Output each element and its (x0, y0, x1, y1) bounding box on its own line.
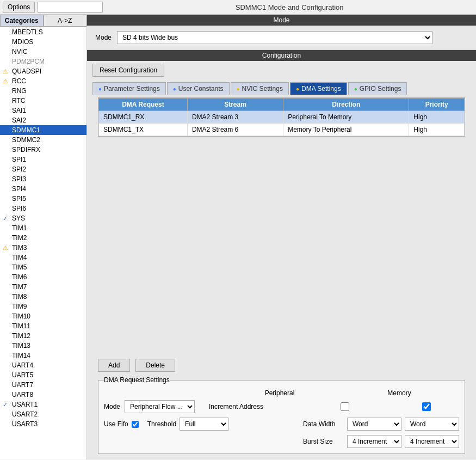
data-width-burst-section: Data Width Word Word Burst Size (303, 418, 459, 448)
memory-increment-checkbox[interactable] (422, 402, 431, 411)
sidebar-item-tim1[interactable]: TIM1 (0, 223, 86, 233)
settings-bottom-row: Use Fifo Threshold Full (104, 418, 459, 448)
sidebar-label-nvic: NVIC (12, 48, 28, 56)
sidebar-item-usart1[interactable]: ✓USART1 (0, 400, 86, 409)
mode-row: Mode SD 4 bits Wide bus (95, 31, 468, 44)
sidebar-item-tim5[interactable]: TIM5 (0, 262, 86, 272)
mode-settings-row: Mode Peripheral Flow ... Increment Addre… (104, 400, 459, 413)
mode-settings-select[interactable]: Peripheral Flow ... (125, 400, 195, 413)
col-header-priority: Priority (409, 99, 465, 111)
sidebar-label-spi6: SPI6 (12, 205, 26, 212)
data-width-memory-select[interactable]: Word (405, 418, 459, 431)
sidebar-item-tim12[interactable]: TIM12 (0, 331, 86, 341)
burst-memory-select[interactable]: 4 Increment (405, 435, 459, 448)
sidebar-item-uart5[interactable]: UART5 (0, 370, 86, 380)
sidebar-item-pdm2pcm[interactable]: PDM2PCM (0, 57, 86, 66)
sidebar-item-tim3[interactable]: ⚠TIM3 (0, 243, 86, 253)
sidebar-item-uart7[interactable]: UART7 (0, 380, 86, 390)
sidebar-item-tim14[interactable]: TIM14 (0, 351, 86, 360)
search-input[interactable] (38, 2, 103, 13)
sidebar-item-quadspi[interactable]: ⚠QUADSPI (0, 66, 86, 76)
page-title: SDMMC1 Mode and Configuration (106, 3, 473, 11)
sidebar-item-rcc[interactable]: ⚠RCC (0, 76, 86, 86)
sidebar-item-sai2[interactable]: SAI2 (0, 115, 86, 125)
burst-peripheral-select[interactable]: 4 Increment (347, 435, 401, 448)
sidebar-item-uart4[interactable]: UART4 (0, 360, 86, 370)
sidebar-label-tim14: TIM14 (12, 352, 30, 359)
sidebar-label-spi1: SPI1 (12, 156, 26, 163)
sidebar-label-sdmmc2: SDMMC2 (12, 136, 40, 144)
tab-gpio[interactable]: ●GPIO Settings (348, 82, 407, 95)
table-cell-stream: DMA2 Stream 6 (187, 124, 283, 136)
tab-nvic[interactable]: ●NVIC Settings (231, 82, 289, 95)
tab-dot-user-constants: ● (173, 86, 176, 92)
table-row[interactable]: SDMMC1_RXDMA2 Stream 3Peripheral To Memo… (99, 111, 465, 124)
sidebar-item-spi2[interactable]: SPI2 (0, 164, 86, 174)
use-fifo-checkbox[interactable] (132, 421, 139, 428)
sidebar-item-spi5[interactable]: SPI5 (0, 194, 86, 204)
sidebar-item-nvic[interactable]: NVIC (0, 47, 86, 57)
tab-label-dma: DMA Settings (301, 85, 341, 93)
tab-label-user-constants: User Constants (178, 85, 224, 93)
data-width-peripheral-select[interactable]: Word (347, 418, 401, 431)
threshold-select[interactable]: Full (180, 418, 228, 431)
sidebar-item-tim6[interactable]: TIM6 (0, 272, 86, 282)
sidebar-item-tim11[interactable]: TIM11 (0, 321, 86, 331)
sidebar-az-btn[interactable]: A->Z (44, 15, 87, 27)
sidebar-item-tim7[interactable]: TIM7 (0, 282, 86, 292)
sidebar-item-spi4[interactable]: SPI4 (0, 184, 86, 194)
tab-user-constants[interactable]: ●User Constants (167, 82, 230, 95)
sidebar-item-tim8[interactable]: TIM8 (0, 292, 86, 302)
sidebar-label-tim8: TIM8 (12, 293, 27, 300)
sidebar-label-spdifrx: SPDIFRX (12, 146, 40, 154)
table-cell-direction: Peripheral To Memory (283, 111, 409, 124)
sidebar-item-uart8[interactable]: UART8 (0, 390, 86, 400)
peripheral-increment-checkbox[interactable] (341, 402, 349, 411)
table-row[interactable]: SDMMC1_TXDMA2 Stream 6Memory To Peripher… (99, 124, 465, 136)
sidebar-item-tim2[interactable]: TIM2 (0, 233, 86, 243)
sidebar-item-sai1[interactable]: SAI1 (0, 106, 86, 115)
sidebar-item-sys[interactable]: ✓SYS (0, 213, 86, 223)
table-cell-request: SDMMC1_TX (99, 124, 188, 136)
sidebar-item-usart3[interactable]: USART3 (0, 419, 86, 429)
action-buttons: Add Delete (92, 354, 471, 376)
sidebar-item-spdifrx[interactable]: SPDIFRX (0, 145, 86, 155)
sidebar-label-rtc: RTC (12, 97, 25, 105)
sidebar-item-tim13[interactable]: TIM13 (0, 341, 86, 351)
sidebar-item-usart2[interactable]: USART2 (0, 409, 86, 419)
sidebar-categories-btn[interactable]: Categories (0, 15, 44, 27)
sidebar-item-spi1[interactable]: SPI1 (0, 155, 86, 164)
sidebar-label-uart7: UART7 (12, 381, 33, 389)
sidebar-item-spi6[interactable]: SPI6 (0, 204, 86, 213)
tabs-bar: ●Parameter Settings●User Constants●NVIC … (87, 79, 476, 95)
sidebar-item-sdmmc1[interactable]: SDMMC1 (0, 125, 86, 135)
sidebar-item-tim4[interactable]: TIM4 (0, 253, 86, 262)
sidebar-label-spi5: SPI5 (12, 195, 26, 203)
sidebar-item-rng[interactable]: RNG (0, 86, 86, 96)
tab-parameter[interactable]: ●Parameter Settings (92, 82, 166, 95)
tab-dma[interactable]: ●DMA Settings (290, 82, 347, 95)
data-width-label: Data Width (303, 420, 344, 428)
sidebar-label-sys: SYS (12, 214, 25, 222)
sidebar-item-mbedtls[interactable]: MBEDTLS (0, 27, 86, 37)
delete-button[interactable]: Delete (135, 359, 175, 372)
top-bar: Options SDMMC1 Mode and Configuration (0, 0, 476, 15)
sidebar-item-mdios[interactable]: MDIOS (0, 37, 86, 47)
sidebar-item-tim10[interactable]: TIM10 (0, 311, 86, 321)
sidebar-label-uart5: UART5 (12, 371, 33, 379)
reset-configuration-button[interactable]: Reset Configuration (92, 64, 164, 77)
sidebar-item-spi3[interactable]: SPI3 (0, 174, 86, 184)
options-button[interactable]: Options (3, 2, 35, 13)
add-button[interactable]: Add (98, 359, 130, 372)
sidebar-item-tim9[interactable]: TIM9 (0, 302, 86, 311)
mode-select[interactable]: SD 4 bits Wide bus (117, 31, 432, 44)
col-header-direction: Direction (283, 99, 409, 111)
dma-request-settings: DMA Request Settings Peripheral Memory M… (98, 376, 465, 454)
sidebar-label-mbedtls: MBEDTLS (12, 28, 43, 36)
dma-table-container: DMA Request Stream Direction Priority SD… (98, 97, 465, 137)
mode-section: Mode SD 4 bits Wide bus (87, 26, 476, 50)
sidebar-item-sdmmc2[interactable]: SDMMC2 (0, 135, 86, 145)
sidebar-item-rtc[interactable]: RTC (0, 96, 86, 106)
sidebar-label-mdios: MDIOS (12, 38, 33, 46)
sidebar-label-spi4: SPI4 (12, 185, 26, 193)
